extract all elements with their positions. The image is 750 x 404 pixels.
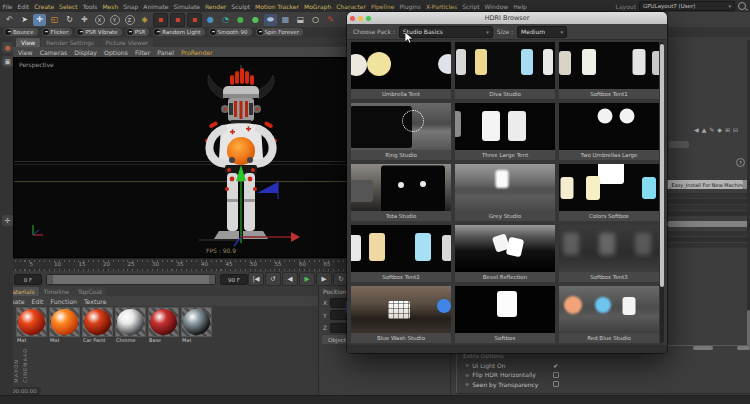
tab-timeline[interactable]: Timeline	[40, 287, 74, 296]
hdri-thumb-grey-studio[interactable]: Grey Studio	[455, 164, 555, 221]
menu-sculpt[interactable]: Sculpt	[229, 3, 253, 10]
menu-snap[interactable]: Snap	[121, 3, 141, 10]
vp-menu-filter[interactable]: Filter	[135, 49, 150, 56]
keyframe-auto-icon[interactable]: ▪	[187, 13, 202, 27]
tab-topcoat[interactable]: TopCoat	[74, 287, 106, 296]
hdri-thumb-tota-studio[interactable]: Tota Studio	[351, 164, 451, 221]
attribute-row[interactable]	[667, 193, 750, 198]
play-button[interactable]: ▶	[299, 272, 315, 286]
last-tool-icon[interactable]: ✚	[78, 14, 91, 26]
light-icon[interactable]: ○	[309, 14, 322, 26]
vp-menu-options[interactable]: Options	[104, 49, 128, 56]
array-icon[interactable]: ▦	[279, 14, 292, 26]
hdri-thumb-bevel-reflection[interactable]: Bevel Reflection	[455, 225, 555, 282]
attribute-row[interactable]	[667, 199, 750, 204]
menu-script[interactable]: Script	[460, 3, 482, 10]
vp-menu-cameras[interactable]: Cameras	[40, 49, 68, 56]
material-mode-icon[interactable]: ●	[2, 42, 13, 53]
menu-animate[interactable]: Animate	[141, 3, 171, 10]
hscrollbar-button[interactable]	[737, 346, 749, 350]
preset-psr-vibrate[interactable]: PSR Vibrate	[76, 28, 121, 36]
preset-path-field[interactable]: _Easy_Install For New Machines	[667, 180, 743, 189]
tab-view[interactable]: View	[16, 38, 40, 47]
panel-icon[interactable]: ⊞	[725, 126, 730, 133]
preset-smooth-90[interactable]: Smooth 90	[209, 28, 252, 36]
option-seen-by-transparency[interactable]: ⊕Seen by Transparency	[457, 381, 747, 388]
points-mode-icon[interactable]: ✢	[2, 215, 13, 226]
option-ui-light-on[interactable]: ⊕Ui Light On✔	[457, 362, 747, 369]
menu-pipeline[interactable]: Pipeline	[368, 3, 396, 10]
rotate-tool-icon[interactable]: ↻	[63, 14, 76, 26]
attribute-mini-button[interactable]	[669, 141, 689, 148]
render-queue-icon[interactable]: ●	[249, 14, 262, 26]
render-view-icon[interactable]: ●	[204, 14, 217, 26]
hdri-thumb-colors-softbox[interactable]: Colors Softbox	[559, 164, 659, 221]
menu-render[interactable]: Render	[202, 3, 228, 10]
material-mat[interactable]: Mat	[16, 307, 47, 344]
z-axis-lock-icon[interactable]: Z	[123, 14, 136, 26]
menu-character[interactable]: Character	[334, 3, 369, 10]
checkmark-icon[interactable]: ✔	[553, 362, 558, 369]
checkbox-empty-icon[interactable]	[553, 381, 559, 387]
previous-frame-button[interactable]: ◀	[282, 272, 298, 286]
goto-start-button[interactable]: |◀	[248, 272, 264, 286]
hdri-thumb-umbrella-tent[interactable]: Umbrella Tent	[351, 42, 451, 99]
hdri-thumb-diva-studio[interactable]: Diva Studio	[455, 42, 555, 99]
material-car-paint[interactable]: Car Paint	[82, 307, 113, 344]
annotate-icon[interactable]: ✎	[324, 14, 337, 26]
live-selection-icon[interactable]: ➤	[18, 14, 31, 26]
keyframe-position-icon[interactable]: ▪	[170, 13, 185, 27]
hdri-thumb-three-large-tent[interactable]: Three Large Tent	[455, 103, 555, 160]
panel-icon[interactable]: ▲	[702, 126, 707, 133]
material-mat[interactable]: Mat	[181, 307, 212, 344]
play-reverse-button[interactable]: ↺	[265, 272, 281, 286]
window-titlebar[interactable]: HDRI Browser	[347, 12, 667, 24]
preset-flicker[interactable]: Flicker	[42, 28, 73, 36]
hscrollbar-thumb[interactable]	[693, 346, 713, 350]
menu-simulate[interactable]: Simulate	[171, 3, 203, 10]
hdri-thumb-ring-studio[interactable]: Ring Studio	[351, 103, 451, 160]
vp-menu-prorender[interactable]: ProRender	[181, 49, 213, 56]
menu-plugins[interactable]: Plugins	[397, 3, 424, 10]
search-icon[interactable]	[738, 2, 746, 10]
menu-select[interactable]: Select	[57, 3, 81, 10]
material-mat[interactable]: Mat	[49, 307, 80, 344]
option-flip-hdr-horizontally[interactable]: ⊕Flip HDR Horizontally	[457, 371, 747, 378]
end-frame-field[interactable]: 90 F	[220, 274, 248, 285]
y-axis-lock-icon[interactable]: Y	[108, 14, 121, 26]
panel-icon[interactable]: ✎	[709, 126, 714, 133]
panel-icon[interactable]: ◀	[694, 126, 699, 133]
menu-x-particles[interactable]: X-Particles	[423, 3, 459, 10]
menu-edit[interactable]: Edit	[15, 3, 32, 10]
mat-menu-edit[interactable]: Edit	[32, 298, 44, 305]
attribute-row[interactable]	[667, 205, 750, 210]
render-settings-icon[interactable]: ●	[234, 14, 247, 26]
menu-mograph[interactable]: MoGraph	[302, 3, 334, 10]
preset-random-light[interactable]: Random Light	[153, 28, 204, 36]
x-axis-lock-icon[interactable]: X	[93, 14, 106, 26]
render-region-icon[interactable]: ◔	[219, 14, 232, 26]
panel-icon[interactable]: ⊟	[733, 126, 738, 133]
layout-select[interactable]: GPULayout7 (User) ▾	[639, 1, 735, 11]
hdri-thumb-softbox-tent1[interactable]: Softbox Tent1	[559, 42, 659, 99]
tab-picture-viewer[interactable]: Picture Viewer	[100, 38, 153, 47]
vp-menu-view[interactable]: View	[18, 49, 33, 56]
attribute-slider[interactable]	[667, 221, 750, 227]
tab-render-settings[interactable]: Render Settings	[41, 38, 99, 47]
timeline-range-slider[interactable]	[46, 274, 216, 285]
menu-file[interactable]: File	[0, 3, 15, 10]
hdri-scrollbar[interactable]	[660, 42, 664, 343]
attribute-row[interactable]	[667, 237, 750, 242]
menu-motion-tracker[interactable]: Motion Tracker	[253, 3, 302, 10]
model-mode-icon[interactable]: ▣	[2, 56, 13, 67]
character-model[interactable]	[181, 65, 301, 250]
checkbox-empty-icon[interactable]	[553, 372, 559, 378]
next-frame-button[interactable]: ▶	[316, 272, 332, 286]
scale-tool-icon[interactable]: ◱	[48, 14, 61, 26]
preset-bounce[interactable]: Bounce	[4, 28, 38, 36]
hdri-thumb-blue-wash-studio[interactable]: Blue Wash Studio	[351, 286, 451, 343]
vp-menu-display[interactable]: Display	[74, 49, 97, 56]
undo-icon[interactable]: ↶	[3, 14, 16, 26]
coord-system-icon[interactable]: ◈	[138, 14, 151, 26]
menu-help[interactable]: Help	[511, 3, 530, 10]
